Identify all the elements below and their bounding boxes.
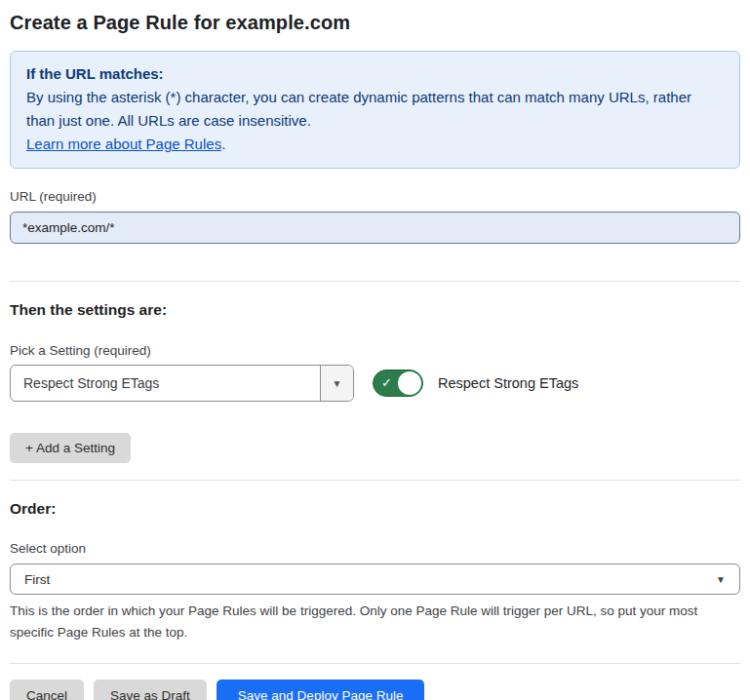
cancel-button[interactable]: Cancel xyxy=(10,680,84,700)
setting-toggle-group: ✓ Respect Strong ETags xyxy=(373,369,578,397)
order-select-value: First xyxy=(24,572,50,587)
setting-select[interactable]: Respect Strong ETags ▼ xyxy=(10,365,354,402)
add-setting-button[interactable]: + Add a Setting xyxy=(10,433,131,463)
setting-select-value: Respect Strong ETags xyxy=(11,366,320,401)
setting-toggle-label: Respect Strong ETags xyxy=(438,375,578,391)
settings-section-heading: Then the settings are: xyxy=(10,301,740,319)
info-panel-link-line: Learn more about Page Rules. xyxy=(26,133,724,156)
setting-select-arrow-button[interactable]: ▼ xyxy=(320,366,353,401)
order-select-label: Select option xyxy=(10,541,740,556)
link-period: . xyxy=(221,136,225,152)
pick-setting-label: Pick a Setting (required) xyxy=(10,343,740,358)
page-title: Create a Page Rule for example.com xyxy=(10,12,740,34)
divider xyxy=(10,480,740,481)
info-panel-body: By using the asterisk (*) character, you… xyxy=(26,86,724,133)
footer-actions: Cancel Save as Draft Save and Deploy Pag… xyxy=(10,680,740,700)
order-help-text: This is the order in which your Page Rul… xyxy=(10,601,740,643)
info-panel-heading: If the URL matches: xyxy=(26,62,724,86)
chevron-down-icon: ▼ xyxy=(333,378,342,389)
chevron-down-icon: ▼ xyxy=(716,574,726,585)
toggle-knob xyxy=(398,371,421,395)
save-as-draft-button[interactable]: Save as Draft xyxy=(94,680,207,700)
order-section-heading: Order: xyxy=(10,500,740,518)
setting-toggle[interactable]: ✓ xyxy=(373,369,423,397)
divider xyxy=(10,281,740,282)
order-select[interactable]: First ▼ xyxy=(10,564,740,595)
learn-more-link[interactable]: Learn more about Page Rules xyxy=(26,136,221,152)
divider xyxy=(10,663,740,664)
save-and-deploy-button[interactable]: Save and Deploy Page Rule xyxy=(217,680,425,700)
url-field-label: URL (required) xyxy=(10,189,740,204)
url-match-info-panel: If the URL matches: By using the asteris… xyxy=(10,51,740,169)
setting-row: Respect Strong ETags ▼ ✓ Respect Strong … xyxy=(10,365,740,402)
check-icon: ✓ xyxy=(381,375,392,390)
url-input[interactable] xyxy=(10,212,740,244)
